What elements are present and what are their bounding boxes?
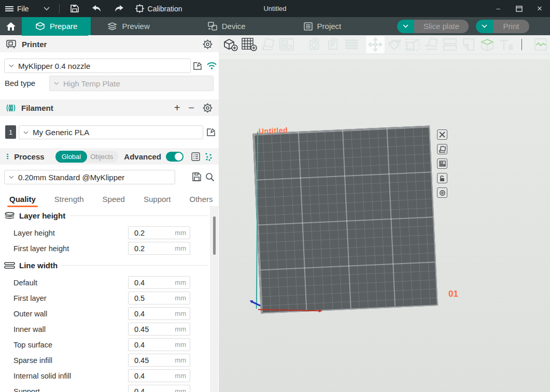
viewport-3d[interactable]: Untitled 01 — [219, 35, 550, 392]
parameter-list-icon[interactable] — [191, 152, 200, 161]
edit-printer-icon[interactable] — [193, 62, 202, 70]
process-tab-speed[interactable]: Speed — [103, 190, 125, 210]
chevron-down-icon — [403, 24, 408, 28]
calibration-button[interactable]: Calibration — [130, 0, 188, 17]
paste-button — [323, 36, 342, 53]
remove-filament-button[interactable]: − — [188, 103, 194, 113]
print-button[interactable]: Print — [493, 20, 529, 33]
param-field: mm — [128, 226, 190, 239]
line-width-top-surface-input[interactable] — [129, 339, 172, 351]
file-menu-label: File — [17, 5, 29, 13]
printer-settings-gear-icon[interactable] — [203, 39, 213, 49]
printer-preset-select[interactable]: MyKlipper 0.4 nozzle — [4, 59, 191, 73]
process-tab-others[interactable]: Others — [190, 190, 213, 210]
param-label: Inner wall — [13, 325, 46, 333]
file-menu-dropdown[interactable] — [34, 0, 55, 17]
save-preset-icon[interactable] — [192, 172, 201, 181]
mesh-boolean-icon — [480, 38, 495, 52]
undo-button[interactable] — [86, 0, 108, 17]
move-tool-button — [366, 36, 385, 53]
orient-plate-button[interactable] — [437, 144, 447, 154]
lock-plate-button[interactable] — [437, 173, 447, 183]
process-preset-select[interactable]: 0.20mm Standard @MyKlipper — [4, 170, 175, 184]
first-layer-height-input[interactable] — [129, 242, 172, 254]
add-plate-button[interactable] — [240, 36, 259, 53]
bed-type-select[interactable]: High Temp Plate — [49, 76, 214, 91]
plate-settings-button[interactable] — [437, 187, 447, 198]
process-tab-quality[interactable]: Quality — [9, 190, 36, 210]
close-button[interactable]: ✕ — [529, 0, 550, 17]
build-plate[interactable] — [252, 125, 438, 313]
line-width-sparse-infill-input[interactable] — [129, 354, 172, 366]
param-label: Outer wall — [13, 310, 47, 318]
save-button[interactable] — [64, 0, 86, 17]
sidebar-scrollbar-thumb[interactable] — [213, 216, 216, 255]
param-label: First layer — [13, 294, 47, 302]
arrange-icon — [279, 38, 294, 51]
plate-name-label[interactable]: Untitled — [259, 126, 288, 136]
chevron-down-icon — [9, 176, 14, 179]
toolbar-divider — [521, 39, 522, 50]
line-width-group-header: Line width — [4, 261, 208, 270]
param-label: Support — [13, 387, 40, 392]
filament-preset-select[interactable]: My Generic PLA — [19, 125, 203, 139]
add-object-button[interactable] — [221, 36, 240, 53]
process-tab-strength[interactable]: Strength — [54, 190, 84, 210]
slice-options-button[interactable] — [397, 20, 414, 33]
hamburger-icon — [5, 6, 13, 12]
delete-plate-button[interactable] — [437, 129, 447, 140]
unit-label: mm — [175, 356, 186, 364]
edit-filament-icon[interactable] — [207, 128, 216, 137]
copy-icon — [307, 38, 321, 51]
undo-icon — [92, 5, 102, 12]
line-width-internal-solid-infill-input[interactable] — [129, 370, 172, 382]
line-width-support-input[interactable] — [129, 385, 172, 392]
scope-global-button[interactable]: Global — [55, 151, 88, 163]
line-width-first-layer-input[interactable] — [129, 292, 172, 304]
layer-height-input[interactable] — [129, 227, 172, 239]
process-tab-support[interactable]: Support — [144, 190, 171, 210]
arrange-button — [277, 36, 296, 53]
wifi-connection-icon[interactable] — [207, 62, 217, 69]
line-width-outer-wall-input[interactable] — [129, 308, 172, 320]
chevron-down-icon — [44, 7, 50, 10]
tab-preview[interactable]: Preview — [94, 17, 163, 35]
advanced-toggle[interactable] — [166, 152, 184, 162]
process-preset-value: 0.20mm Standard @MyKlipper — [18, 173, 124, 182]
search-params-icon[interactable] — [205, 172, 215, 182]
advanced-label: Advanced — [124, 152, 161, 161]
parameter-tune-icon[interactable] — [205, 152, 213, 161]
arrange-plate-button[interactable] — [437, 158, 447, 169]
file-menu[interactable]: File — [0, 0, 34, 17]
unit-label: mm — [175, 294, 186, 302]
redo-button[interactable] — [108, 0, 130, 17]
print-options-button[interactable] — [476, 20, 493, 33]
add-filament-button[interactable]: + — [174, 103, 180, 113]
line-width-default-input[interactable] — [129, 277, 172, 288]
line-width-inner-wall-input[interactable] — [129, 323, 172, 335]
param-label: First layer height — [13, 244, 69, 253]
param-field: mm — [128, 242, 190, 255]
viewport-toolbar-shadow — [219, 54, 550, 59]
auto-orient-button — [259, 36, 277, 53]
project-icon — [304, 22, 313, 31]
tab-project[interactable]: Project — [290, 17, 355, 35]
rotate-tool-button — [385, 36, 403, 53]
process-tabs: Quality Strength Speed Support Others — [0, 190, 210, 210]
cut-tool-button — [459, 36, 478, 53]
minimize-button[interactable]: – — [488, 0, 509, 17]
sidebar: Printer MyKlipper 0.4 nozzle Bed type Hi… — [0, 35, 219, 392]
scope-objects-button[interactable]: Objects — [87, 153, 118, 161]
maximize-button[interactable] — [509, 0, 529, 17]
tab-device[interactable]: Device — [194, 17, 259, 35]
unit-label: mm — [175, 229, 186, 237]
filament-settings-gear-icon[interactable] — [203, 103, 213, 113]
gear-icon — [439, 190, 446, 196]
layer-height-group-header: Layer height — [4, 211, 208, 220]
filament-preset-value: My Generic PLA — [33, 128, 89, 137]
filament-slot-badge[interactable]: 1 — [5, 125, 16, 139]
slice-plate-button[interactable]: Slice plate — [414, 20, 469, 33]
tab-prepare[interactable]: Prepare — [22, 17, 91, 35]
lay-on-face-icon — [424, 38, 439, 51]
home-button[interactable] — [0, 17, 22, 35]
